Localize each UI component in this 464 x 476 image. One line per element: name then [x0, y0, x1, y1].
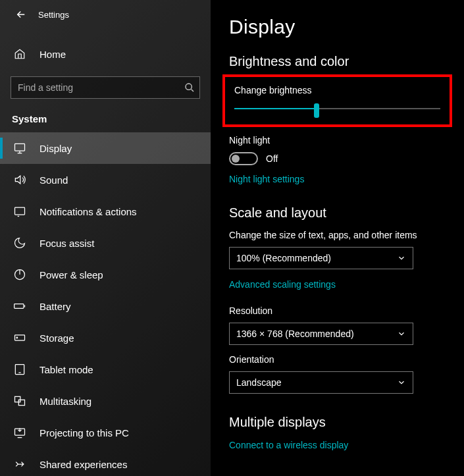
search-input[interactable] [11, 76, 200, 99]
resolution-dropdown[interactable]: 1366 × 768 (Recommended) [229, 323, 413, 345]
nav-item-notifications[interactable]: Notifications & actions [0, 196, 211, 227]
storage-icon [12, 331, 28, 344]
multiple-displays-heading: Multiple displays [229, 415, 446, 430]
nav-label: Notifications & actions [39, 206, 137, 217]
night-light-label: Night light [229, 135, 446, 145]
nav-item-focus-assist[interactable]: Focus assist [0, 227, 211, 259]
sidebar: Settings Home System Display Sound Notif… [0, 0, 211, 476]
advanced-scaling-link[interactable]: Advanced scaling settings [229, 279, 336, 290]
notifications-icon [12, 205, 28, 218]
back-button[interactable] [12, 5, 30, 24]
nav-label: Projecting to this PC [39, 427, 129, 438]
nav-item-projecting[interactable]: Projecting to this PC [0, 417, 211, 448]
svg-rect-1 [15, 144, 25, 151]
multitasking-icon [12, 394, 28, 408]
chevron-down-icon [397, 253, 406, 263]
projecting-icon [12, 426, 28, 439]
nav-label: Power & sleep [39, 269, 103, 280]
scale-value: 100% (Recommended) [236, 253, 331, 263]
nav-label: Battery [39, 301, 71, 312]
brightness-slider[interactable] [234, 102, 440, 115]
home-label: Home [39, 49, 66, 60]
orientation-dropdown[interactable]: Landscape [229, 371, 413, 394]
nav-item-storage[interactable]: Storage [0, 322, 211, 354]
nav-label: Tablet mode [39, 364, 93, 375]
resolution-label: Resolution [229, 305, 446, 316]
brightness-highlight: Change brightness [222, 74, 452, 127]
nav-label: Focus assist [39, 238, 94, 249]
slider-thumb-icon [314, 103, 319, 118]
display-icon [12, 142, 28, 155]
night-light-toggle[interactable] [229, 152, 258, 165]
night-light-state: Off [266, 153, 278, 164]
section-label: System [0, 99, 211, 132]
svg-rect-2 [15, 207, 25, 215]
app-title: Settings [38, 10, 69, 20]
orientation-label: Orientation [229, 354, 446, 365]
nav-label: Storage [39, 332, 74, 344]
tablet-mode-icon [12, 363, 28, 376]
svg-rect-4 [14, 304, 24, 309]
nav-label: Shared experiences [39, 459, 127, 470]
svg-point-0 [186, 84, 192, 90]
page-title: Display [229, 16, 446, 38]
nav-item-tablet-mode[interactable]: Tablet mode [0, 354, 211, 385]
nav-item-sound[interactable]: Sound [0, 164, 211, 196]
sound-icon [12, 173, 28, 186]
brightness-section-heading: Brightness and color [229, 54, 446, 69]
back-arrow-icon [15, 9, 27, 20]
shared-experiences-icon [12, 458, 28, 471]
nav-label: Sound [39, 174, 68, 186]
nav-item-multitasking[interactable]: Multitasking [0, 385, 211, 417]
resolution-value: 1366 × 768 (Recommended) [236, 329, 354, 339]
battery-icon [12, 300, 28, 313]
nav-label: Display [39, 143, 72, 154]
scale-dropdown[interactable]: 100% (Recommended) [229, 247, 413, 269]
nav-label: Multitasking [39, 396, 91, 407]
orientation-value: Landscape [236, 377, 282, 388]
nav-item-battery[interactable]: Battery [0, 290, 211, 322]
change-brightness-label: Change brightness [234, 85, 440, 95]
scale-section-heading: Scale and layout [229, 205, 446, 221]
scale-label: Change the size of text, apps, and other… [229, 230, 446, 240]
chevron-down-icon [397, 378, 406, 387]
svg-rect-8 [15, 396, 20, 402]
svg-point-6 [16, 337, 18, 338]
chevron-down-icon [397, 329, 406, 338]
search-icon [184, 82, 195, 93]
svg-rect-9 [18, 400, 24, 405]
nav-item-shared-experiences[interactable]: Shared experiences [0, 448, 211, 476]
home-nav-item[interactable]: Home [0, 41, 211, 67]
home-icon [12, 48, 28, 60]
nav-item-display[interactable]: Display [0, 132, 211, 164]
focus-assist-icon [12, 236, 28, 250]
power-icon [12, 268, 28, 281]
nav-item-power-sleep[interactable]: Power & sleep [0, 259, 211, 290]
night-light-settings-link[interactable]: Night light settings [229, 174, 304, 184]
content-pane: Display Brightness and color Change brig… [211, 0, 464, 476]
connect-wireless-link[interactable]: Connect to a wireless display [229, 440, 348, 450]
